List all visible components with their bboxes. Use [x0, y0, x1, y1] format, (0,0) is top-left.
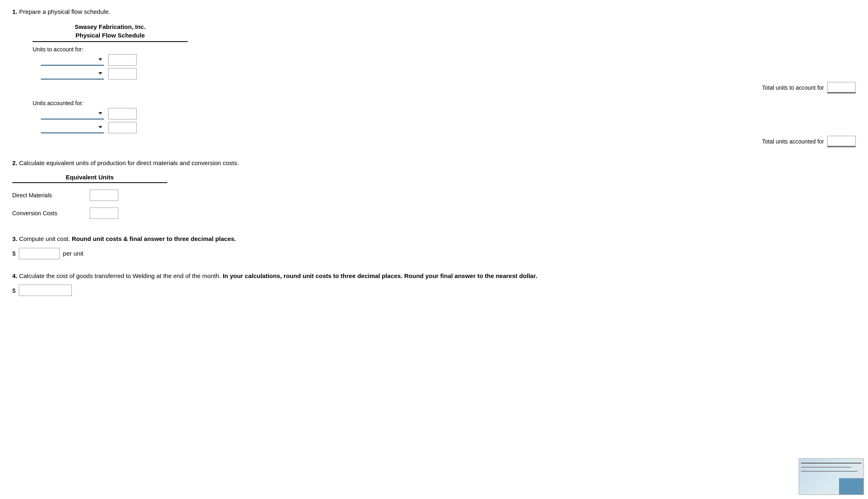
per-unit-label: per unit: [63, 250, 83, 257]
total-units-to-account-for-row: Total units to account for: [33, 82, 856, 93]
unit-cost-input[interactable]: [19, 248, 60, 259]
units-to-account-dropdown-1[interactable]: [41, 54, 104, 66]
total-units-accounted-for-input[interactable]: [827, 136, 856, 147]
units-to-account-dropdown-2[interactable]: [41, 68, 104, 79]
physical-flow-schedule: Swasey Fabrication, Inc. Physical Flow S…: [33, 22, 856, 147]
equivalent-units-table: Equivalent Units Direct Materials Conver…: [12, 174, 856, 222]
units-to-account-for-label: Units to account for:: [33, 42, 856, 54]
q2-label: 2. Calculate equivalent units of product…: [12, 159, 856, 166]
q3-text: 3. Compute unit cost. Round unit costs &…: [12, 234, 856, 244]
units-to-account-input-2[interactable]: [108, 68, 137, 79]
eu-title: Equivalent Units: [12, 174, 167, 183]
q3-dollar-sign: $: [12, 250, 16, 257]
question-2-section: 2. Calculate equivalent units of product…: [12, 159, 856, 222]
q4-dollar-sign: $: [12, 287, 16, 294]
eu-direct-materials-row: Direct Materials: [12, 186, 167, 204]
question-1-section: 1. Prepare a physical flow schedule. Swa…: [12, 8, 856, 147]
eu-direct-materials-label: Direct Materials: [12, 192, 86, 199]
total-units-accounted-for-row: Total units accounted for: [33, 136, 856, 147]
question-4-section: 4. Calculate the cost of goods transferr…: [12, 272, 856, 296]
units-accounted-row-2: [33, 122, 856, 133]
units-accounted-dropdown-2[interactable]: [41, 122, 104, 133]
units-to-account-input-1[interactable]: [108, 54, 137, 66]
units-accounted-row-1: [33, 108, 856, 119]
pfs-title: Swasey Fabrication, Inc. Physical Flow S…: [33, 22, 188, 42]
units-to-account-row-2: [33, 68, 856, 79]
units-accounted-input-1[interactable]: [108, 108, 137, 119]
total-units-to-account-for-label: Total units to account for: [762, 84, 824, 91]
q4-cost-input[interactable]: [19, 285, 72, 296]
eu-conversion-costs-row: Conversion Costs: [12, 204, 167, 222]
unit-cost-row: $ per unit: [12, 248, 856, 259]
eu-direct-materials-input[interactable]: [90, 190, 118, 201]
q1-label: 1. Prepare a physical flow schedule.: [12, 8, 856, 15]
units-accounted-dropdown-1[interactable]: [41, 108, 104, 119]
units-accounted-input-2[interactable]: [108, 122, 137, 133]
q4-text: 4. Calculate the cost of goods transferr…: [12, 272, 583, 281]
question-3-section: 3. Compute unit cost. Round unit costs &…: [12, 234, 856, 259]
total-units-accounted-for-label: Total units accounted for: [762, 138, 824, 145]
units-to-account-row-1: [33, 54, 856, 66]
units-accounted-for-label: Units accounted for:: [33, 96, 856, 108]
q4-cost-row: $: [12, 285, 856, 296]
eu-conversion-costs-label: Conversion Costs: [12, 210, 86, 216]
total-units-to-account-for-input[interactable]: [827, 82, 856, 93]
eu-conversion-costs-input[interactable]: [90, 208, 118, 219]
